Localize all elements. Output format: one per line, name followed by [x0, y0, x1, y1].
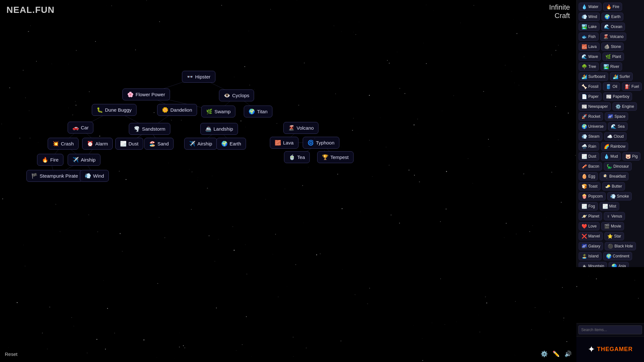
search-input[interactable] — [578, 325, 642, 334]
item-emoji: 🪨 — [604, 44, 610, 49]
sidebar-item[interactable]: 🍳Breakfast — [600, 172, 629, 181]
sidebar-item[interactable]: 💧Mud — [601, 152, 621, 161]
sidebar-item[interactable]: 💨Wind — [579, 13, 600, 21]
sidebar-item[interactable]: 🌳Tree — [579, 62, 599, 71]
sidebar-item[interactable]: 💧Water — [579, 3, 601, 11]
node-label: Hipster — [195, 74, 211, 79]
search-area[interactable] — [576, 323, 644, 336]
sidebar-item[interactable]: 🌍Universe — [579, 122, 606, 131]
sidebar-item[interactable]: 🏄Surfer — [610, 72, 633, 81]
craft-node[interactable]: 🏖️Sand — [144, 138, 174, 150]
sidebar-item[interactable]: 🧈Butter — [602, 182, 625, 190]
craft-node[interactable]: 🍵Tea — [284, 151, 310, 163]
sidebar-item[interactable]: 🌊Ocean — [601, 23, 625, 31]
sidebar-item[interactable]: ⛰️Mountain — [579, 262, 607, 267]
node-emoji: 🌍 — [221, 141, 228, 147]
sidebar-item[interactable]: 🌫️Dust — [579, 152, 599, 161]
craft-node[interactable]: 🧱Lava — [270, 137, 298, 149]
sidebar-item[interactable]: 🌌Galaxy — [579, 242, 603, 250]
sidebar-item[interactable]: 🦕Dinosaur — [604, 162, 632, 171]
craft-node[interactable]: 🌋Volcano — [283, 122, 318, 134]
craft-node[interactable]: 🌫️Dust — [115, 138, 143, 150]
sidebar-item[interactable]: 🐷Pig — [622, 152, 640, 161]
node-emoji: 🌿 — [206, 108, 213, 115]
share-icon[interactable]: ✏️ — [553, 350, 560, 357]
sidebar-item[interactable]: 🚀Rocket — [579, 112, 603, 121]
item-emoji: 🌌 — [582, 244, 587, 249]
sound-icon[interactable]: 🔊 — [564, 350, 572, 357]
sidebar-item[interactable]: 🌫️Fog — [579, 202, 598, 210]
sidebar-item[interactable]: 📰Paperboy — [603, 92, 632, 101]
sidebar-item[interactable]: 🏞️Lake — [579, 23, 600, 31]
sidebar-item[interactable]: 🏄Surfboard — [579, 72, 608, 81]
sidebar-item[interactable]: 🐟Fish — [579, 32, 599, 41]
craft-node[interactable]: 👓Hipster — [182, 71, 215, 83]
item-label: Island — [588, 254, 599, 258]
settings-icon[interactable]: ⚙️ — [541, 350, 548, 357]
sidebar-item[interactable]: 🍿Popcorn — [579, 192, 606, 200]
item-label: Rain — [588, 144, 596, 149]
craft-node[interactable]: 🚗Car — [68, 122, 93, 134]
sidebar-item[interactable]: 🥓Bacon — [579, 162, 602, 171]
sidebar-item[interactable]: ☁️Cloud — [604, 132, 627, 141]
craft-node[interactable]: ✈️Airship — [68, 154, 100, 166]
sidebar-item[interactable]: ♀️Venus — [604, 212, 625, 220]
sidebar-item[interactable]: 🪨Stone — [601, 42, 624, 51]
item-label: Love — [588, 224, 597, 228]
sidebar-item[interactable]: ⚫Black Hole — [605, 242, 636, 250]
sidebar-item[interactable]: 🧱Lava — [579, 42, 600, 51]
sidebar-item[interactable]: 🌿Plant — [602, 52, 624, 61]
sidebar-item[interactable]: 🦴Fossil — [579, 82, 601, 91]
sidebar-item[interactable]: ⚙️Engine — [612, 102, 637, 111]
sidebar-item[interactable]: 💨Smoke — [607, 192, 632, 200]
items-sidebar[interactable]: 💧Water🔥Fire💨Wind🌍Earth🏞️Lake🌊Ocean🐟Fish🌋… — [576, 0, 644, 267]
sidebar-item[interactable]: 🌌Space — [605, 112, 628, 121]
sidebar-item[interactable]: 🌧️Rain — [579, 142, 599, 151]
sidebar-item[interactable]: 🎬Movie — [601, 222, 624, 230]
craft-node[interactable]: 🔥Fire — [37, 154, 63, 166]
sidebar-item[interactable]: 🏝️Island — [579, 252, 601, 260]
craft-node[interactable]: 🏴Steampunk Pirate — [26, 170, 83, 182]
sidebar-item[interactable]: 🌊Sea — [608, 122, 627, 131]
craft-node[interactable]: ✈️Airship — [184, 138, 217, 150]
sidebar-item[interactable]: ❤️Love — [579, 222, 600, 230]
craft-node[interactable]: 💥Crash — [48, 138, 79, 150]
item-label: Breakfast — [609, 174, 626, 179]
sidebar-item[interactable]: 📰Newspaper — [579, 102, 611, 111]
sidebar-item[interactable]: 💨Steam — [579, 132, 602, 141]
sidebar-item[interactable]: 🌏Asia — [609, 262, 629, 267]
sidebar-item[interactable]: 🛢️Oil — [603, 82, 620, 91]
craft-node[interactable]: 🌼Dandelion — [157, 104, 197, 116]
craft-node[interactable]: ⏰Alarm — [82, 138, 113, 150]
sidebar-item[interactable]: 🌍Continent — [603, 252, 632, 260]
craft-node[interactable]: 🌸Flower Power — [122, 88, 170, 100]
sidebar-item[interactable]: 📄Paper — [579, 92, 601, 101]
sidebar-item[interactable]: 🏞️River — [601, 62, 622, 71]
sidebar-item[interactable]: 🥚Egg — [579, 172, 598, 181]
sidebar-item[interactable]: ❌Marvel — [579, 232, 603, 240]
sidebar-item[interactable]: 🌊Wave — [579, 52, 601, 61]
sidebar-item[interactable]: ⛽Fuel — [622, 82, 642, 91]
craft-node[interactable]: 💨Wind — [80, 170, 109, 182]
craft-node[interactable]: 🌍Earth — [216, 138, 246, 150]
node-label: Swamp — [214, 109, 231, 114]
item-label: Butter — [612, 184, 622, 189]
sidebar-item[interactable]: ⭐Star — [604, 232, 624, 240]
sidebar-item[interactable]: 🌫️Mist — [600, 202, 619, 210]
sidebar-item[interactable]: 🌍Earth — [601, 13, 623, 21]
craft-node[interactable]: 🏆Tempest — [317, 151, 354, 163]
craft-node[interactable]: 🌿Swamp — [201, 106, 235, 117]
sidebar-item[interactable]: 🌋Volcano — [600, 32, 627, 41]
reset-button[interactable]: Reset — [5, 351, 17, 357]
sidebar-item[interactable]: 🌈Rainbow — [601, 142, 629, 151]
sidebar-item[interactable]: 🍞Toast — [579, 182, 601, 190]
item-emoji: ⚫ — [608, 244, 613, 249]
craft-node[interactable]: 🌀Typhoon — [303, 137, 339, 149]
sidebar-item[interactable]: 🪐Planet — [579, 212, 602, 220]
craft-node[interactable]: 🌍Titan — [244, 106, 272, 117]
craft-node[interactable]: 🌪️Sandstorm — [129, 123, 170, 135]
sidebar-item[interactable]: 🔥Fire — [603, 3, 622, 11]
craft-node[interactable]: 🐛Dune Buggy — [92, 104, 137, 116]
craft-node[interactable]: 🚢Landship — [200, 123, 238, 135]
craft-node[interactable]: 👁️Cyclops — [219, 89, 254, 101]
